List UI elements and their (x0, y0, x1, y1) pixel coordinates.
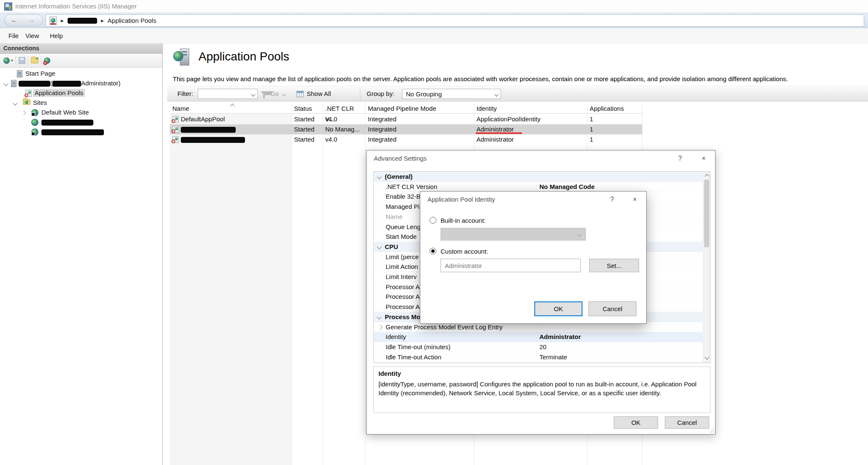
custom-account-label: Custom account: (441, 248, 488, 255)
header-underline (170, 113, 642, 114)
filter-label: Filter: (177, 90, 193, 97)
setting-label: Process Mo (385, 312, 420, 322)
cell-applications: 1 (590, 124, 593, 134)
setting-row-idle-time-out-action[interactable]: Idle Time-out ActionTerminate (374, 352, 703, 362)
help-icon[interactable]: ? (675, 153, 686, 164)
page-description: This page lets you view and manage the l… (173, 75, 788, 82)
cell-clr-version: No Manag... (325, 124, 360, 134)
redacted-pool-name (181, 127, 236, 133)
go-button[interactable]: Go (270, 90, 279, 97)
setting-row--net-clr-version[interactable]: .NET CLR VersionNo Managed Code (374, 182, 703, 192)
redacted-pool-name (181, 137, 245, 143)
table-row[interactable]: Startedv4.0IntegratedAdministrator1 (170, 134, 642, 145)
expand-icon[interactable] (378, 325, 382, 329)
setting-label: Name (386, 212, 403, 222)
setting-label: Idle Time-out Action (386, 352, 441, 362)
setting-label: Idle Time-out (minutes) (386, 342, 450, 352)
setting-row--general-[interactable]: (General) (374, 172, 703, 182)
setting-label: Processor A (386, 302, 420, 312)
application-pool-identity-dialog: Application Pool Identity ? × Built-in a… (420, 191, 647, 324)
built-in-account-radio[interactable] (430, 217, 436, 224)
dialog-title: Advanced Settings (374, 155, 427, 162)
cell-applications: 1 (590, 114, 593, 124)
scroll-up-icon[interactable] (705, 174, 709, 178)
setting-label: Queue Leng (386, 222, 421, 232)
setting-description-text: [identityType, username, password] Confi… (378, 380, 705, 397)
group-by-select[interactable]: No Grouping (402, 89, 501, 99)
collapse-icon[interactable] (377, 244, 381, 249)
sorted-column-tint (170, 114, 291, 465)
setting-label: CPU (385, 242, 398, 252)
built-in-account-select[interactable] (441, 228, 586, 241)
scroll-down-icon[interactable] (705, 355, 709, 359)
column-divider (365, 103, 366, 465)
iis-manager-window: Internet Information Services (IIS) Mana… (0, 0, 868, 465)
custom-account-input[interactable] (441, 259, 581, 272)
cell-clr-version: v4.0 (325, 134, 337, 145)
setting-label: .NET CLR Version (386, 182, 437, 192)
column-header-applications[interactable]: Applications (590, 103, 641, 114)
setting-label: Limit Action (386, 262, 418, 272)
column-divider (291, 103, 292, 465)
app-pool-icon (172, 126, 179, 133)
ok-button[interactable]: OK (614, 416, 658, 429)
cancel-button[interactable]: Cancel (588, 301, 637, 316)
filter-input[interactable] (198, 89, 258, 99)
setting-label: Managed Pi (386, 202, 419, 212)
close-icon[interactable]: × (698, 153, 709, 164)
filterbar-divider (360, 88, 360, 99)
application-pools-icon (173, 49, 190, 66)
setting-label: Identity (386, 332, 406, 342)
setting-label: Processor A (386, 282, 420, 292)
group-by-label: Group by: (367, 90, 395, 97)
setting-label: (General) (385, 172, 413, 182)
table-row[interactable]: DefaultAppPoolStartedv4.0IntegratedAppli… (170, 114, 642, 124)
collapse-icon[interactable] (377, 315, 381, 319)
column-divider (323, 103, 323, 465)
setting-value[interactable]: Administrator (539, 332, 581, 342)
set-button[interactable]: Set... (589, 259, 639, 272)
collapse-icon[interactable] (377, 174, 381, 179)
show-all-button[interactable]: Show All (307, 90, 331, 97)
cancel-button[interactable]: Cancel (665, 416, 709, 429)
cell-pipeline-mode: Integrated (368, 124, 397, 134)
app-pool-icon (172, 136, 179, 143)
column-header-managed-pipeline-mode[interactable]: Managed Pipeline Mode (368, 103, 473, 114)
cell-name (181, 124, 236, 134)
app-pool-icon (172, 116, 179, 123)
setting-value[interactable]: 20 (539, 342, 547, 352)
setting-label: Enable 32-B (386, 191, 421, 202)
help-icon[interactable]: ? (607, 194, 618, 205)
setting-row-identity[interactable]: IdentityAdministrator (374, 332, 703, 342)
setting-value[interactable]: Terminate (539, 352, 567, 362)
setting-value[interactable]: No Managed Code (539, 182, 595, 192)
close-icon[interactable]: × (629, 194, 640, 205)
settings-scrollbar[interactable] (703, 172, 710, 363)
scroll-thumb[interactable] (704, 180, 709, 247)
ok-button[interactable]: OK (534, 301, 582, 316)
cell-status: Started (294, 124, 314, 134)
cell-status: Started (294, 114, 314, 124)
setting-label: Limit Interv (386, 272, 416, 282)
resize-grip[interactable] (709, 428, 713, 432)
cell-status: Started (294, 134, 314, 145)
filter-toolbar: Filter: Go Show All Group by: No Groupin… (167, 86, 868, 101)
setting-row-idle-time-out-minutes-[interactable]: Idle Time-out (minutes)20 (374, 342, 703, 352)
custom-account-radio[interactable] (430, 248, 436, 254)
cell-name (181, 134, 245, 145)
column-header--net-clr-v-[interactable]: .NET CLR V... (325, 103, 365, 114)
setting-label: Processor A (386, 292, 420, 302)
cell-identity: ApplicationPoolIdentity (476, 114, 541, 124)
cell-applications: 1 (590, 134, 593, 145)
show-all-icon (297, 91, 304, 97)
cell-clr-version: v4.0 (325, 114, 337, 124)
go-dropdown-icon[interactable] (282, 89, 288, 99)
page-title: Application Pools (199, 50, 289, 63)
built-in-account-label: Built-in account: (441, 217, 486, 224)
cell-identity: Administrator (476, 134, 514, 145)
cell-pipeline-mode: Integrated (368, 114, 397, 124)
column-header-status[interactable]: Status (294, 103, 322, 114)
column-header-identity[interactable]: Identity (476, 103, 586, 114)
dialog-title: Application Pool Identity (427, 196, 495, 203)
table-row[interactable]: StartedNo Manag...IntegratedAdministrato… (170, 124, 642, 134)
